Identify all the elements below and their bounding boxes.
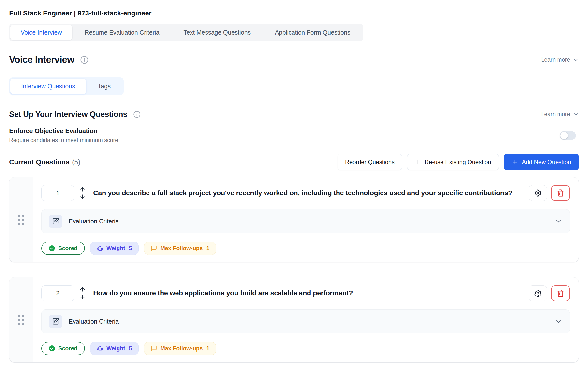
weight-badge: Weight 5 <box>90 342 139 355</box>
current-questions-label: Current Questions(5) <box>9 158 80 166</box>
max-followups-badge: Max Follow-ups 1 <box>144 342 216 355</box>
setup-header-row: Set Up Your Interview Questions Learn mo… <box>9 110 579 119</box>
trash-icon <box>557 289 564 297</box>
voice-sub-tabs: Interview Questions Tags <box>9 77 124 95</box>
scored-badge: Scored <box>41 242 85 255</box>
arrow-up-icon <box>79 186 86 193</box>
question-text: Can you describe a full stack project yo… <box>93 188 528 198</box>
current-questions-row: Current Questions(5) Reorder Questions R… <box>9 154 579 170</box>
learn-more-setup-label: Learn more <box>541 111 570 118</box>
notebook-pen-icon <box>49 315 62 328</box>
drag-handle-icon[interactable] <box>18 215 24 225</box>
add-new-question-button[interactable]: Add New Question <box>504 154 579 170</box>
weight-badge: Weight 5 <box>90 242 139 255</box>
move-question-down-button[interactable] <box>79 294 86 300</box>
chevron-down-icon <box>573 112 579 117</box>
chevron-down-icon <box>555 318 562 325</box>
gear-icon <box>534 189 542 197</box>
enforce-toggle[interactable] <box>560 131 576 140</box>
question-text: How do you ensure the web applications y… <box>93 288 528 298</box>
reuse-existing-question-button[interactable]: Re-use Existing Question <box>407 154 499 170</box>
scale-icon <box>97 345 103 352</box>
current-questions-count: (5) <box>72 158 80 166</box>
arrow-up-icon <box>79 286 86 293</box>
question-drag-strip <box>9 277 33 362</box>
scored-badge: Scored <box>41 342 85 355</box>
setup-title: Set Up Your Interview Questions <box>9 110 127 119</box>
enforce-subtitle: Require candidates to meet minimum score <box>9 137 118 144</box>
move-question-up-button[interactable] <box>79 186 86 193</box>
max-followups-badge: Max Follow-ups 1 <box>144 242 216 255</box>
question-card-2: How do you ensure the web applications y… <box>9 277 579 363</box>
scale-icon <box>97 245 103 251</box>
enforce-objective-row: Enforce Objective Evaluation Require can… <box>9 127 579 144</box>
learn-more-setup-link[interactable]: Learn more <box>541 111 579 118</box>
check-circle-icon <box>49 345 55 352</box>
delete-question-button[interactable] <box>551 185 570 201</box>
chevron-down-icon <box>573 57 579 63</box>
drag-handle-icon[interactable] <box>18 315 24 325</box>
subtab-tags[interactable]: Tags <box>86 78 123 94</box>
tab-voice-interview[interactable]: Voice Interview <box>10 25 72 40</box>
chevron-down-icon <box>555 217 562 225</box>
arrow-down-icon <box>79 193 86 200</box>
check-circle-icon <box>49 245 55 251</box>
message-dots-icon <box>151 345 157 352</box>
notebook-pen-icon <box>49 215 62 228</box>
trash-icon <box>557 189 564 197</box>
question-number-input[interactable] <box>41 185 74 201</box>
reorder-questions-button[interactable]: Reorder Questions <box>337 154 402 170</box>
question-settings-button[interactable] <box>528 185 547 201</box>
question-drag-strip <box>9 177 33 262</box>
enforce-title: Enforce Objective Evaluation <box>9 127 118 135</box>
learn-more-voice-link[interactable]: Learn more <box>541 57 579 63</box>
question-settings-button[interactable] <box>528 285 547 301</box>
learn-more-voice-label: Learn more <box>541 57 570 63</box>
evaluation-criteria-panel[interactable]: Evaluation Criteria <box>41 309 570 333</box>
info-icon[interactable] <box>80 56 88 64</box>
page: Full Stack Engineer | 973-full-stack-eng… <box>9 9 579 363</box>
move-question-down-button[interactable] <box>79 193 86 200</box>
evaluation-criteria-panel[interactable]: Evaluation Criteria <box>41 209 570 233</box>
plus-icon <box>512 159 518 166</box>
move-question-up-button[interactable] <box>79 286 86 293</box>
voice-interview-header-row: Voice Interview Learn more <box>9 55 579 65</box>
gear-icon <box>534 289 542 297</box>
message-dots-icon <box>151 245 157 251</box>
toggle-knob <box>561 132 568 139</box>
evaluation-criteria-label: Evaluation Criteria <box>69 318 119 325</box>
main-tab-bar: Voice Interview Resume Evaluation Criter… <box>9 24 363 41</box>
plus-icon <box>415 159 421 165</box>
subtab-interview-questions[interactable]: Interview Questions <box>10 78 86 94</box>
delete-question-button[interactable] <box>551 285 570 301</box>
voice-interview-title: Voice Interview <box>9 55 74 65</box>
tab-text-message-questions[interactable]: Text Message Questions <box>171 25 263 40</box>
evaluation-criteria-label: Evaluation Criteria <box>69 218 119 225</box>
tab-application-form-questions[interactable]: Application Form Questions <box>263 25 362 40</box>
info-icon[interactable] <box>133 111 141 118</box>
question-number-input[interactable] <box>41 285 74 301</box>
question-card-1: Can you describe a full stack project yo… <box>9 177 579 263</box>
tab-resume-evaluation-criteria[interactable]: Resume Evaluation Criteria <box>73 25 171 40</box>
page-title: Full Stack Engineer | 973-full-stack-eng… <box>9 9 579 17</box>
arrow-down-icon <box>79 294 86 300</box>
